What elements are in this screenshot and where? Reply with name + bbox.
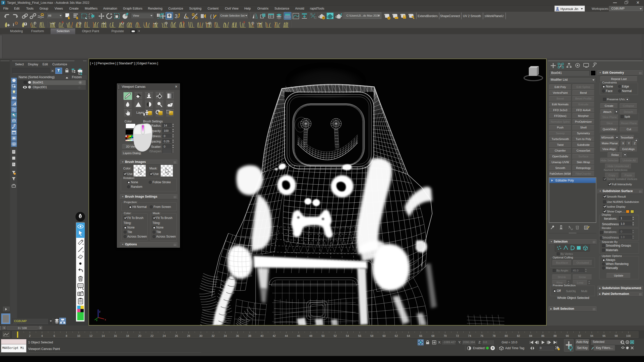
svg-text:92: 92	[578, 334, 581, 337]
svg-text:22: 22	[150, 334, 153, 337]
svg-text:8: 8	[66, 334, 67, 337]
svg-text:2: 2	[29, 334, 31, 337]
svg-text:24: 24	[163, 334, 166, 337]
svg-text:28: 28	[187, 334, 190, 337]
svg-text:46: 46	[297, 334, 300, 337]
svg-text:68: 68	[431, 334, 434, 337]
svg-text:40: 40	[260, 334, 263, 337]
svg-text:60: 60	[383, 334, 386, 337]
svg-text:54: 54	[346, 334, 349, 337]
svg-text:66: 66	[419, 334, 422, 337]
svg-text:74: 74	[468, 334, 471, 337]
svg-text:42: 42	[273, 334, 276, 337]
svg-text:{ }: { }	[210, 14, 215, 19]
svg-text:52: 52	[334, 334, 337, 337]
svg-text:6: 6	[54, 334, 55, 337]
svg-text:80: 80	[505, 334, 508, 337]
svg-text:32: 32	[212, 334, 215, 337]
svg-text:58: 58	[370, 334, 373, 337]
svg-text:4: 4	[41, 334, 43, 337]
svg-text:3: 3	[175, 13, 178, 19]
svg-text:90: 90	[566, 334, 569, 337]
svg-text:76: 76	[480, 334, 483, 337]
svg-text:10: 10	[77, 334, 80, 337]
svg-text:34: 34	[224, 334, 227, 337]
svg-text:86: 86	[541, 334, 544, 337]
svg-text:84: 84	[529, 334, 532, 337]
svg-text:16: 16	[114, 334, 117, 337]
svg-text:30: 30	[199, 334, 202, 337]
svg-text:48: 48	[309, 334, 312, 337]
svg-text:96: 96	[602, 334, 606, 337]
svg-text:70: 70	[444, 334, 447, 337]
svg-text:72: 72	[456, 334, 459, 337]
svg-text:56: 56	[358, 334, 361, 337]
svg-text:82: 82	[517, 334, 520, 337]
svg-text:i: i	[13, 22, 14, 27]
svg-text:18: 18	[126, 334, 129, 337]
svg-text:88: 88	[553, 334, 556, 337]
svg-text:14: 14	[102, 334, 105, 337]
svg-text:50: 50	[321, 334, 325, 337]
svg-text:12: 12	[89, 334, 92, 337]
svg-text:100: 100	[626, 334, 631, 337]
svg-text:62: 62	[395, 334, 398, 337]
svg-text:36: 36	[236, 334, 239, 337]
svg-text:94: 94	[590, 334, 593, 337]
svg-text:98: 98	[615, 334, 618, 337]
svg-text:44: 44	[285, 334, 288, 337]
svg-text:38: 38	[248, 334, 251, 337]
svg-text:64: 64	[407, 334, 410, 337]
svg-text:78: 78	[493, 334, 496, 337]
svg-text:20: 20	[138, 334, 141, 337]
svg-text:26: 26	[175, 334, 178, 337]
